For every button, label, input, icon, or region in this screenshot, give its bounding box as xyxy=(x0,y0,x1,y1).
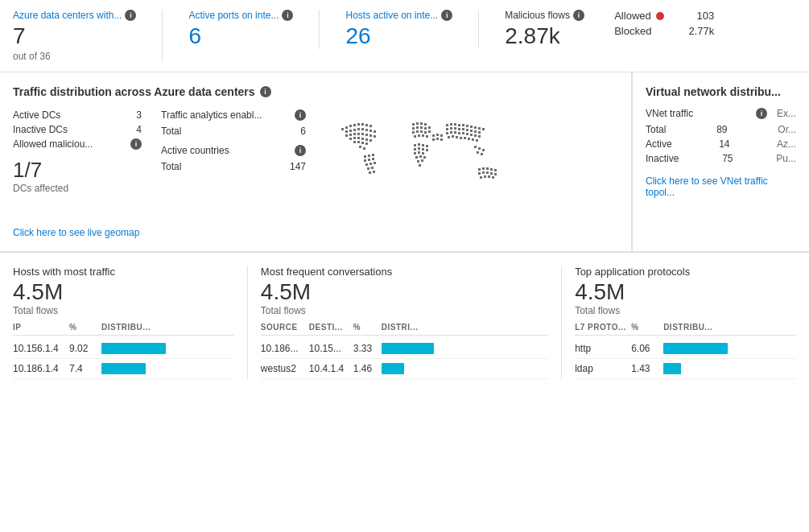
protocols-panel: Top application protocols 4.5M Total flo… xyxy=(575,266,796,379)
svg-rect-59 xyxy=(416,130,419,133)
analytics-total-label: Total xyxy=(161,126,181,137)
svg-rect-139 xyxy=(490,172,493,175)
azure-dc-info-icon[interactable]: i xyxy=(125,10,136,21)
svg-rect-43 xyxy=(369,163,372,165)
svg-rect-117 xyxy=(478,135,481,138)
svg-rect-142 xyxy=(484,175,486,178)
conv-pct: 3.33 xyxy=(353,343,382,354)
active-countries-info-icon[interactable]: i xyxy=(295,145,306,156)
malicious-flows-info-icon[interactable]: i xyxy=(573,10,584,21)
hosts-traffic-panel: Hosts with most traffic 4.5M Total flows… xyxy=(13,266,248,379)
hosts-panel-title: Hosts with most traffic xyxy=(13,266,234,278)
allowed-malicious-label: Allowed maliciou... xyxy=(13,138,93,150)
inactive-dcs-row: Inactive DCs 4 xyxy=(13,122,142,137)
svg-rect-80 xyxy=(423,156,426,159)
svg-rect-75 xyxy=(414,152,416,155)
svg-rect-33 xyxy=(365,142,368,145)
hosts-active-info-icon[interactable]: i xyxy=(441,10,452,21)
vnet-link[interactable]: Click here to see VNet traffic topol... xyxy=(646,175,796,198)
proto-pct: 1.43 xyxy=(631,363,663,374)
proto-sub: Total flows xyxy=(575,305,796,316)
svg-rect-107 xyxy=(474,130,477,133)
allowed-label: Allowed xyxy=(614,10,651,22)
svg-rect-55 xyxy=(420,126,423,129)
svg-rect-66 xyxy=(426,135,428,138)
svg-rect-83 xyxy=(419,164,421,167)
svg-rect-36 xyxy=(364,155,366,158)
svg-rect-108 xyxy=(478,131,481,134)
svg-rect-135 xyxy=(494,169,497,171)
vnet-row: Total89Or... xyxy=(646,122,796,137)
proto-col-dist: DISTRIBU... xyxy=(663,323,796,332)
svg-rect-93 xyxy=(458,124,460,126)
hosts-active-title: Hosts active on inte... xyxy=(345,10,438,21)
svg-rect-27 xyxy=(361,138,364,140)
traffic-dist-info-icon[interactable]: i xyxy=(260,86,271,97)
active-countries-label: Active countries xyxy=(161,145,229,156)
vnet-row-right: Or... xyxy=(778,124,796,135)
azure-dc-sub: out of 36 xyxy=(13,51,136,62)
svg-rect-25 xyxy=(353,137,356,139)
hosts-active-metric: Hosts active on inte... i 26 xyxy=(345,10,479,49)
allowed-blocked-section: Allowed 103 Blocked 2.77k xyxy=(601,10,714,37)
svg-rect-69 xyxy=(422,144,424,146)
analytics-info-icon[interactable]: i xyxy=(295,109,306,121)
conv-bar xyxy=(382,343,548,354)
geomap-link[interactable]: Click here to see live geomap xyxy=(13,227,139,238)
svg-rect-131 xyxy=(478,168,481,171)
svg-rect-17 xyxy=(349,134,352,136)
svg-rect-120 xyxy=(456,136,458,138)
proto-panel-title: Top application protocols xyxy=(575,266,796,278)
host-pct: 7.4 xyxy=(69,363,101,374)
malicious-flows-title: Malicious flows xyxy=(505,10,570,21)
svg-rect-119 xyxy=(452,135,454,138)
host-ip: 10.156.1.4 xyxy=(13,343,69,354)
svg-rect-22 xyxy=(369,134,372,137)
svg-rect-54 xyxy=(416,126,419,129)
traffic-dist-inner: Active DCs 3 Inactive DCs 4 Allowed mali… xyxy=(13,108,618,221)
svg-rect-31 xyxy=(357,141,360,143)
blocked-label: Blocked xyxy=(614,25,651,37)
svg-rect-84 xyxy=(432,134,435,137)
svg-rect-133 xyxy=(486,167,489,170)
svg-rect-70 xyxy=(426,145,428,147)
svg-rect-129 xyxy=(477,151,479,154)
svg-rect-90 xyxy=(446,124,448,126)
world-map xyxy=(325,108,535,221)
active-ports-info-icon[interactable]: i xyxy=(282,10,293,21)
svg-rect-126 xyxy=(474,146,477,148)
analytics-enabled-row: Traffic analytics enabl... i xyxy=(161,108,306,122)
svg-rect-19 xyxy=(357,133,360,135)
vnet-header-row: VNet traffic i Ex... xyxy=(646,108,796,119)
active-ports-value: 6 xyxy=(188,24,293,49)
dcs-affected-label: DCs affected xyxy=(13,183,142,194)
allowed-malicious-info-icon[interactable]: i xyxy=(130,138,142,150)
conv-col-pct: % xyxy=(353,323,382,332)
svg-rect-68 xyxy=(418,143,420,146)
svg-rect-26 xyxy=(357,137,360,139)
svg-rect-11 xyxy=(357,128,360,130)
svg-rect-51 xyxy=(420,122,423,125)
svg-rect-127 xyxy=(478,147,481,150)
svg-rect-106 xyxy=(470,130,473,132)
svg-rect-100 xyxy=(446,128,448,130)
svg-rect-58 xyxy=(412,131,415,134)
inactive-dcs-val: 4 xyxy=(136,124,142,135)
active-countries-total: 147 xyxy=(290,161,306,172)
svg-rect-40 xyxy=(368,159,370,161)
active-ports-metric: Active ports on inte... i 6 xyxy=(188,10,320,49)
svg-rect-39 xyxy=(364,159,366,162)
conv-dst: 10.15... xyxy=(309,343,353,354)
hosts-big-num: 4.5M xyxy=(13,279,234,305)
blocked-row: Blocked 2.77k xyxy=(614,25,714,37)
proto-col-name: L7 PROTO... xyxy=(575,323,631,332)
bottom-section: Hosts with most traffic 4.5M Total flows… xyxy=(0,252,809,392)
vnet-info-icon[interactable]: i xyxy=(756,108,767,119)
inactive-dcs-label: Inactive DCs xyxy=(13,124,68,135)
svg-rect-61 xyxy=(424,131,427,134)
svg-rect-23 xyxy=(374,135,376,138)
svg-rect-94 xyxy=(462,124,464,126)
analytics-total-val: 6 xyxy=(300,126,306,137)
svg-rect-143 xyxy=(488,175,490,178)
svg-rect-110 xyxy=(450,131,452,134)
